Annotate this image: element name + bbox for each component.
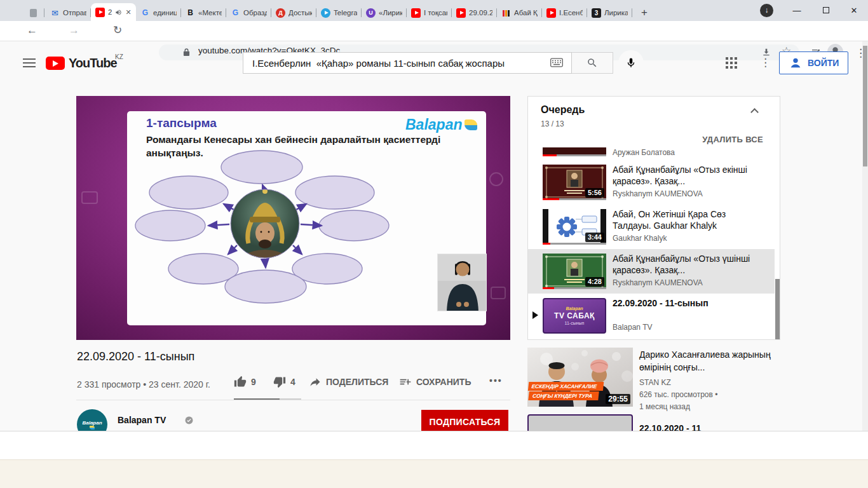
tab-lyrica[interactable]: Лирика	[587, 4, 632, 21]
queue-item-thumbnail[interactable]: Balapan TV САБАҚ 11-сынып	[543, 298, 606, 334]
related-video-thumbnail[interactable]: ЕСКЕНДІР ХАСАНҒАЛИЕ СОҢҒЫ КҮНДЕРІ ТУРА 2…	[527, 348, 633, 407]
svg-text:ЕСКЕНДІР ХАСАНҒАЛИЕ: ЕСКЕНДІР ХАСАНҒАЛИЕ	[531, 384, 597, 390]
spider-diagram	[127, 111, 486, 325]
queue-item-title: Абай Құнанбайұлы «Отыз үшінші қарасөз». …	[613, 253, 766, 276]
queue-item-thumbnail[interactable]: 4:28	[543, 254, 606, 289]
related-video-age: 1 месяц назад	[639, 402, 690, 411]
tab-dostyk[interactable]: Достык	[271, 4, 316, 21]
youtube-logo-icon[interactable]	[46, 57, 65, 70]
tab-audio-icon[interactable]	[115, 9, 122, 16]
more-actions-icon[interactable]: •••	[489, 376, 503, 386]
related-video-title[interactable]: Дарико Хасанғалиева жарының өмірінің соң…	[639, 348, 782, 374]
keyboard-icon[interactable]	[550, 58, 563, 67]
now-playing-icon	[532, 311, 538, 319]
duration-badge: 3:44	[585, 233, 604, 242]
microphone-icon	[625, 57, 637, 69]
page-scrollbar[interactable]	[862, 41, 868, 431]
tab-google-2[interactable]: Образд	[226, 4, 271, 21]
like-button[interactable]: 9	[234, 376, 256, 388]
window-maximize-button[interactable]	[812, 0, 840, 20]
subscribe-button[interactable]: ПОДПИСАТЬСЯ	[421, 410, 508, 433]
youtube-apps-icon[interactable]	[726, 57, 728, 60]
tab-youtube-active[interactable]: 2 ✕	[91, 3, 136, 21]
download-progress-icon[interactable]: ↓	[760, 4, 773, 17]
youtube-icon	[95, 8, 105, 17]
browser-tab-bar: Отправ 2 ✕ единиц «Мекте Образд Достык T…	[0, 0, 868, 21]
background-pattern	[491, 287, 506, 299]
back-button[interactable]: ←	[27, 25, 37, 36]
bars-icon	[501, 8, 511, 18]
tab-mail[interactable]: Отправ	[46, 4, 91, 21]
queue-item-title: 22.09.2020 - 11-сынып	[613, 297, 766, 309]
save-button[interactable]: СОХРАНИТЬ	[399, 376, 471, 388]
queue-title: Очередь	[541, 104, 585, 116]
queue-item-now-playing[interactable]: Balapan TV САБАҚ 11-сынып 22.09.2020 - 1…	[528, 294, 775, 338]
youtube-icon	[411, 8, 421, 18]
queue-item-channel: Ryskhanym KAUMENOVA	[613, 189, 703, 198]
queue-clear-all-button[interactable]: УДАЛИТЬ ВСЕ	[702, 135, 763, 144]
downloads-bar: № 2 С.Сейфулли....docx № 1 С.Сейфулли...…	[0, 431, 868, 459]
tab-youtube-3[interactable]: 29.09.20	[452, 4, 497, 21]
forward-button[interactable]: →	[69, 25, 79, 36]
youtube-icon	[546, 8, 556, 18]
guide-hamburger-icon[interactable]	[23, 58, 36, 60]
tab-youtube-2[interactable]: I тоқсан	[407, 4, 452, 21]
google-icon	[140, 8, 150, 18]
tab-abai[interactable]: Абай Құ	[497, 4, 542, 21]
sign-in-button[interactable]: ВОЙТИ	[779, 51, 848, 74]
queue-item-3-highlighted[interactable]: 4:28 Абай Құнанбайұлы «Отыз үшінші қарас…	[528, 249, 775, 294]
tab-google-1[interactable]: единиц	[136, 4, 181, 21]
video-player[interactable]: 1-тапсырма Романдағы Кенесары хан бейнес…	[76, 96, 510, 340]
youtube-search-input[interactable]	[252, 53, 538, 73]
queue-item-2[interactable]: 3:44 Абай, Он Жетінші Қара Сөз Талдауы. …	[528, 205, 775, 249]
duration-badge: 5:56	[585, 188, 604, 198]
screen: Отправ 2 ✕ единиц «Мекте Образд Достык T…	[0, 0, 868, 488]
related-video-channel[interactable]: STAN KZ	[639, 378, 671, 387]
mail-icon	[50, 8, 60, 18]
page-scrollbar-thumb[interactable]	[863, 46, 867, 166]
tab-vk[interactable]: «Мекте	[181, 4, 226, 21]
thumbs-down-icon	[273, 376, 286, 388]
duration-badge: 29:55	[606, 394, 630, 404]
tab-close-icon[interactable]: ✕	[125, 8, 131, 17]
voice-search-button[interactable]	[618, 50, 644, 76]
tab-lyric-u[interactable]: «Лирик	[362, 4, 407, 21]
queue-scrollbar[interactable]	[775, 279, 780, 339]
dostyk-icon	[276, 8, 285, 18]
channel-name[interactable]: Balapan TV	[118, 415, 166, 425]
search-button[interactable]	[572, 52, 613, 74]
youtube-settings-dots-icon[interactable]: ⋮	[760, 56, 771, 69]
sign-language-interpreter	[437, 254, 487, 311]
search-icon	[587, 57, 598, 69]
svg-text:СОҢҒЫ КҮНДЕРІ ТУРА: СОҢҒЫ КҮНДЕРІ ТУРА	[532, 393, 592, 400]
queue-item-thumbnail[interactable]: 5:56	[543, 165, 606, 200]
playlist-add-icon	[399, 376, 412, 388]
youtube-country-code: KZ	[115, 53, 123, 60]
pinned-tab[interactable]	[25, 4, 44, 21]
queue-item-1[interactable]: 5:56 Абай Құнанбайұлы «Отыз екінші қарас…	[528, 160, 775, 205]
reload-button[interactable]: ↻	[113, 25, 122, 36]
queue-panel: Очередь 13 / 13 УДАЛИТЬ ВСЕ Аружан Болат…	[527, 96, 780, 340]
new-tab-button[interactable]: +	[637, 5, 652, 20]
tab-youtube-4[interactable]: I.Есенбе	[542, 4, 587, 21]
queue-item-channel: Balapan TV	[613, 323, 653, 332]
person-icon	[789, 56, 803, 70]
share-button[interactable]: ПОДЕЛИТЬСЯ	[309, 376, 388, 388]
tab-telegram[interactable]: Telegra	[316, 4, 362, 21]
lesson-slide: 1-тапсырма Романдағы Кенесары хан бейнес…	[127, 111, 486, 325]
youtube-search-box[interactable]	[243, 52, 572, 74]
window-minimize-button[interactable]: —	[783, 0, 811, 20]
queue-item-partial[interactable]: Аружан Болатова	[528, 147, 775, 160]
queue-item-thumbnail[interactable]	[543, 147, 606, 156]
dislike-button[interactable]: 4	[273, 376, 295, 388]
windows-taskbar: 5 Y B. W 25°C ҚАЗ 10:06 12.08.2021 1	[0, 459, 868, 488]
video-stats: 2 331 просмотр • 23 сент. 2020 г.	[77, 379, 210, 390]
window-close-button[interactable]: ✕	[840, 0, 868, 20]
queue-item-thumbnail[interactable]: 3:44	[543, 209, 606, 245]
google-ic	[231, 8, 240, 18]
telegram-icon	[321, 8, 330, 18]
share-icon	[309, 376, 322, 388]
youtube-logo-text[interactable]: YouTube	[69, 56, 117, 71]
queue-item-channel: Ryskhanym KAUMENOVA	[613, 278, 703, 287]
queue-collapse-icon[interactable]	[750, 108, 759, 116]
